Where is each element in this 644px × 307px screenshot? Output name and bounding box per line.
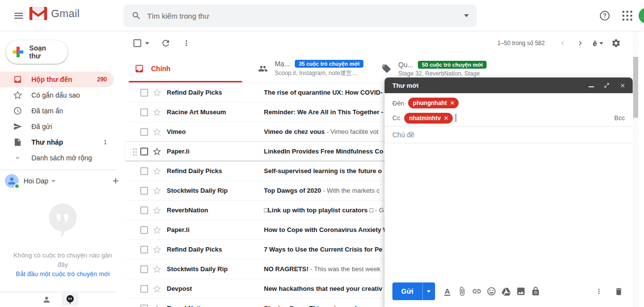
- tab-label: Qu...: [398, 61, 413, 69]
- expand-button[interactable]: [602, 81, 611, 90]
- star-icon[interactable]: [152, 225, 162, 235]
- email-checkbox[interactable]: [140, 108, 148, 116]
- scrollbar-thumb[interactable]: [633, 57, 638, 118]
- insert-drive-button[interactable]: [499, 284, 514, 299]
- settings-button[interactable]: [607, 34, 625, 52]
- insert-link-button[interactable]: [469, 284, 484, 299]
- send-button[interactable]: Gửi: [392, 282, 422, 300]
- email-checkbox[interactable]: [140, 187, 148, 195]
- email-subject-text: 7 Ways to Use the Current Crisis for Pe: [264, 246, 383, 253]
- star-icon[interactable]: [152, 205, 162, 215]
- drag-handle[interactable]: [132, 226, 137, 234]
- email-checkbox[interactable]: [140, 148, 148, 155]
- drag-handle[interactable]: [132, 186, 137, 195]
- star-icon[interactable]: [152, 88, 162, 98]
- new-conversation-plus-button[interactable]: +: [112, 176, 119, 186]
- close-compose-button[interactable]: [618, 81, 627, 90]
- email-checkbox[interactable]: [140, 226, 148, 234]
- compose-header[interactable]: Thư mới: [385, 77, 633, 93]
- refresh-button[interactable]: [157, 34, 175, 52]
- drag-handle[interactable]: [132, 265, 137, 274]
- formatting-options-button[interactable]: A: [440, 284, 455, 299]
- attach-file-button[interactable]: [455, 284, 469, 299]
- sidebar-item-snoozed[interactable]: Đã tạm ẩn: [0, 103, 114, 119]
- email-checkbox[interactable]: [140, 246, 148, 254]
- search-input[interactable]: [147, 12, 464, 20]
- drag-handle[interactable]: [132, 108, 137, 117]
- search-bar[interactable]: [124, 4, 477, 27]
- star-icon[interactable]: [152, 186, 162, 196]
- drag-handle[interactable]: [132, 206, 137, 215]
- email-sender: Refind Daily Picks: [167, 246, 264, 253]
- subject-input[interactable]: [392, 131, 625, 139]
- email-sender: Refind Daily Picks: [167, 89, 264, 96]
- email-checkbox[interactable]: [140, 285, 148, 293]
- contacts-tab-button[interactable]: [38, 293, 55, 306]
- email-checkbox[interactable]: [140, 89, 148, 97]
- email-checkbox[interactable]: [140, 167, 148, 175]
- chip-remove-icon[interactable]: ✕: [450, 100, 455, 106]
- older-page-button[interactable]: [571, 34, 589, 52]
- star-icon[interactable]: [152, 147, 162, 156]
- star-icon[interactable]: [152, 304, 162, 307]
- compose-button[interactable]: Soạn thư: [6, 40, 68, 64]
- discard-draft-button[interactable]: [611, 284, 626, 299]
- star-icon[interactable]: [152, 284, 162, 294]
- hangouts-start-conversation-link[interactable]: Bắt đầu một cuộc trò chuyện mới: [0, 270, 126, 278]
- cc-recipient-chip[interactable]: nhatminhtv ✕: [404, 113, 453, 124]
- hangouts-user-name[interactable]: Hoi Dap: [24, 177, 49, 185]
- star-icon[interactable]: [152, 166, 162, 176]
- tab-primary[interactable]: Chính: [126, 55, 249, 82]
- email-checkbox[interactable]: [140, 206, 148, 214]
- drag-handle[interactable]: [132, 88, 137, 97]
- more-send-options-button[interactable]: [592, 284, 606, 299]
- help-button[interactable]: ?: [595, 6, 615, 26]
- hangouts-user-caret-icon[interactable]: [52, 180, 55, 182]
- hamburger-menu-button[interactable]: [8, 5, 29, 26]
- chip-remove-icon[interactable]: ✕: [444, 115, 449, 121]
- more-options-button[interactable]: [178, 34, 195, 52]
- subject-field[interactable]: [385, 127, 633, 143]
- email-sender: ReverbNation: [167, 305, 264, 307]
- gmail-envelope-icon: [29, 7, 47, 20]
- sidebar-item-drafts[interactable]: Thư nháp 1: [0, 134, 114, 150]
- drag-handle[interactable]: [132, 284, 137, 293]
- send-options-button[interactable]: [422, 282, 435, 300]
- star-icon[interactable]: [152, 264, 162, 274]
- social-tab-people-icon: [258, 64, 268, 74]
- cc-field[interactable]: Cc nhatminhtv ✕ Bcc: [385, 110, 633, 127]
- bcc-toggle[interactable]: Bcc: [614, 114, 625, 122]
- email-checkbox[interactable]: [140, 128, 148, 136]
- drag-handle[interactable]: [132, 304, 137, 307]
- compose-body[interactable]: [385, 143, 633, 280]
- drag-handle[interactable]: [132, 128, 137, 136]
- tab-social[interactable]: Mạ... 35 cuộc trò chuyện mới Scoop.it, I…: [249, 55, 373, 82]
- drag-handle[interactable]: [132, 147, 137, 156]
- select-all-checkbox[interactable]: [133, 39, 141, 47]
- sidebar-item-sent[interactable]: Đã gửi: [0, 119, 114, 134]
- recipient-chip[interactable]: phungnhaht ✕: [408, 98, 459, 108]
- drag-handle[interactable]: [132, 245, 137, 254]
- drag-handle[interactable]: [132, 167, 137, 176]
- hangouts-tab-button[interactable]: [62, 293, 78, 306]
- insert-emoji-button[interactable]: [484, 284, 499, 299]
- sidebar-item-inbox[interactable]: Hộp thư đến 290: [0, 72, 114, 87]
- hangouts-avatar[interactable]: [5, 174, 19, 188]
- star-icon[interactable]: [152, 107, 162, 117]
- confidential-mode-button[interactable]: [528, 284, 543, 299]
- email-checkbox[interactable]: [140, 265, 148, 273]
- select-options-caret-icon[interactable]: [145, 42, 149, 45]
- apps-button[interactable]: [618, 6, 637, 26]
- star-icon[interactable]: [152, 245, 162, 255]
- input-tools-button[interactable]: ê: [593, 39, 603, 48]
- star-icon[interactable]: [152, 127, 162, 137]
- search-options-caret-icon[interactable]: [464, 14, 469, 17]
- to-field[interactable]: Đến phungnhaht ✕: [385, 93, 633, 110]
- email-checkbox[interactable]: [140, 305, 148, 307]
- sidebar-item-more[interactable]: Danh sách mở rộng: [0, 150, 114, 166]
- insert-photo-button[interactable]: [514, 284, 528, 299]
- newer-page-button[interactable]: [554, 34, 571, 52]
- sidebar-item-starred[interactable]: Có gắn dấu sao: [0, 87, 114, 103]
- list-scrollbar[interactable]: [633, 31, 639, 307]
- minimize-button[interactable]: [587, 81, 595, 90]
